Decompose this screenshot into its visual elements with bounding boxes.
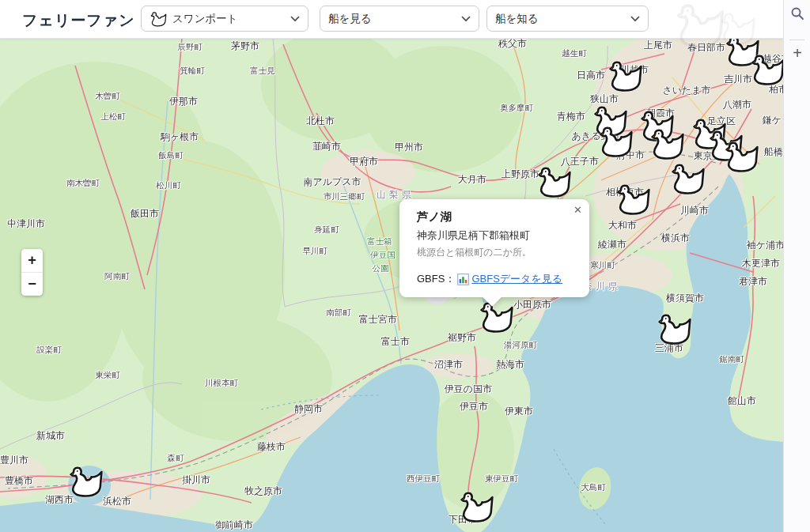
toolbar-divider [789,40,804,40]
swan-icon [150,11,167,27]
app-window: 辰野町茅野市箕輪町富士見木曽町伊那市上松町駒ヶ根市飯島町南木曽町松川町飯田市中津… [0,0,810,532]
swan-icon [749,53,783,86]
swan-icon [656,312,692,345]
popup-description: 桃源台と箱根町の二か所。 [417,246,577,259]
right-toolbar: + [783,0,810,532]
swan-icon [607,59,643,92]
swan-icon [67,465,104,498]
map-canvas[interactable]: 辰野町茅野市箕輪町富士見木曽町伊那市上松町駒ヶ根市飯島町南木曽町松川町飯田市中津… [0,38,783,532]
chevron-down-icon [290,16,300,22]
swan-marker[interactable] [458,490,494,523]
app-title: フェリーファン [22,10,135,31]
search-icon[interactable] [790,6,804,24]
chevron-down-icon [630,16,640,22]
toolbar-plus-button[interactable]: + [784,44,810,62]
swan-icon [458,490,494,523]
dropdown-swan-port-label: スワンポート [172,12,238,26]
dropdown-swan-port[interactable]: スワンポート [141,6,308,32]
swan-marker[interactable] [723,140,759,173]
popup-gbfs-label: GBFS： [417,272,455,286]
zoom-out-button[interactable]: − [21,272,43,296]
swan-icon [478,300,514,334]
header-watermark-swan-icon [716,11,759,46]
popup-close-icon[interactable]: ✕ [573,205,582,215]
zoom-in-button[interactable]: + [21,249,43,272]
swan-marker[interactable] [478,300,514,334]
swan-marker[interactable] [649,127,685,160]
swan-marker[interactable] [607,59,643,92]
dropdown-know-ships[interactable]: 船を知る [486,6,649,32]
popup-gbfs-link[interactable]: GBFSデータを見る [471,272,562,286]
swan-icon [669,162,706,195]
swan-icon [723,140,759,173]
swan-marker[interactable] [67,465,104,498]
chevron-down-icon [461,16,471,22]
bar-chart-icon [457,274,469,285]
dropdown-view-ships-label: 船を見る [328,12,372,26]
swan-icon [615,183,651,216]
swan-marker[interactable] [656,312,692,345]
swan-marker[interactable] [536,165,572,198]
popup-address: 神奈川県足柄下郡箱根町 [417,228,577,243]
swan-marker[interactable] [597,125,634,158]
swan-icon [536,165,572,198]
map-popup: ✕ 芦ノ湖 神奈川県足柄下郡箱根町 桃源台と箱根町の二か所。 GBFS： GBF… [399,199,589,297]
swan-marker[interactable] [615,183,651,216]
swan-marker[interactable] [749,53,783,86]
dropdown-view-ships[interactable]: 船を見る [320,6,479,32]
swan-icon [649,127,685,160]
dropdown-know-ships-label: 船を知る [495,12,539,26]
popup-title: 芦ノ湖 [417,209,577,224]
map-zoom-control: + − [21,249,43,296]
swan-icon [597,125,634,158]
swan-marker[interactable] [669,162,706,195]
app-header: フェリーファン スワンポート 船を見る 船を知る [0,0,783,39]
